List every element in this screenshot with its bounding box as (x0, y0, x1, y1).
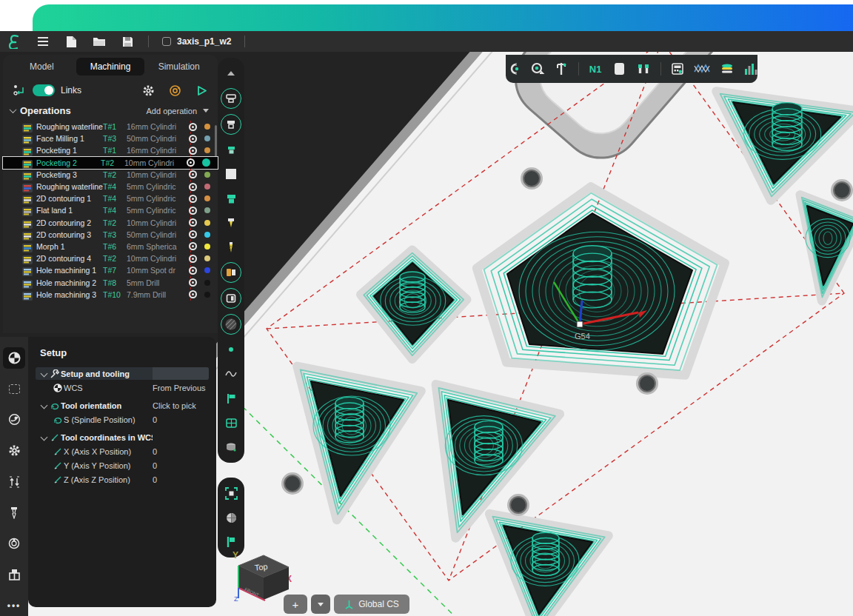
toolpath-color-dot[interactable] (204, 184, 210, 190)
drill-bit-icon[interactable] (221, 238, 241, 257)
chevron-down-icon[interactable] (40, 434, 47, 441)
operation-row[interactable]: 2D contouring 4T#210mm Cylindri (3, 252, 218, 264)
main-menu-icon[interactable] (36, 34, 50, 49)
document-tab[interactable]: 3axis_p1_w2 (162, 36, 231, 47)
waveform-icon[interactable] (694, 60, 710, 78)
operation-radio-icon[interactable] (189, 278, 197, 287)
add-operation-caret-icon[interactable] (203, 109, 209, 113)
toolpath-color-dot[interactable] (204, 195, 210, 201)
calculator-icon[interactable] (670, 60, 684, 78)
operation-row[interactable]: 2D contouring 2T#210mm Cylindri (3, 217, 218, 229)
toolpath-color-dot[interactable] (204, 172, 210, 178)
settings-gear-icon[interactable] (3, 440, 25, 461)
add-operation-button[interactable]: Add operation (147, 107, 198, 116)
setup-row[interactable]: Y (Axis Y Position)0 (36, 459, 209, 472)
cs-dropdown-button[interactable] (311, 595, 330, 614)
simulation-ball-icon[interactable] (3, 409, 25, 431)
setup-row-value[interactable]: From Previous (153, 384, 209, 392)
operation-row[interactable]: Roughing waterline 1T#116mm Cylindri (3, 121, 218, 133)
setup-row-value[interactable]: 0 (153, 475, 209, 484)
toolpath-color-dot[interactable] (204, 292, 210, 298)
operation-row[interactable]: Pocketing 1T#116mm Cylindri (3, 144, 218, 156)
setup-row[interactable]: X (Axis X Position)0 (36, 445, 209, 458)
stock-cylinder-icon[interactable] (221, 438, 241, 457)
toolpath-color-dot[interactable] (204, 124, 210, 130)
setup-row[interactable]: WCSFrom Previous (36, 381, 209, 394)
nc-program-icon[interactable]: N1 (589, 60, 603, 78)
tool-dark-icon[interactable] (221, 288, 241, 309)
toolpath-color-dot[interactable] (204, 220, 210, 226)
toolpath-color-dot[interactable] (204, 147, 210, 153)
operation-row[interactable]: Flat land 1T#45mm Cylindric (3, 204, 218, 216)
point-dot-icon[interactable] (221, 340, 241, 359)
toolpath-color-dot[interactable] (204, 135, 210, 141)
measure-tape-icon[interactable] (530, 60, 545, 78)
tool-holder-icon[interactable] (3, 533, 25, 555)
chevron-down-icon[interactable] (40, 370, 47, 378)
setup-row[interactable]: Setup and tooling (36, 367, 209, 380)
tool-tip-icon[interactable] (221, 213, 241, 232)
magnet-icon[interactable] (506, 60, 521, 78)
flag-icon[interactable] (221, 389, 241, 408)
tool-teal-icon[interactable] (221, 189, 241, 208)
operation-radio-icon[interactable] (187, 158, 195, 167)
operation-row[interactable]: Roughing waterline (rest...T#45mm Cylind… (3, 181, 218, 192)
operation-row[interactable]: Hole machining 2T#85mm Drill (3, 276, 218, 288)
operation-row[interactable]: 2D contouring 1T#45mm Cylindric (3, 192, 218, 204)
operation-radio-icon[interactable] (189, 242, 197, 250)
links-toggle[interactable] (33, 84, 55, 96)
chevron-down-icon[interactable] (40, 402, 47, 409)
operation-radio-icon[interactable] (189, 147, 197, 155)
stock-box-icon[interactable] (3, 378, 25, 400)
operation-radio-icon[interactable] (189, 170, 197, 178)
operation-row[interactable]: 2D contouring 3T#350mm Cylindri (3, 229, 218, 241)
setup-row[interactable]: Tool orientationClick to pick (36, 399, 209, 412)
tab-model[interactable]: Model (7, 58, 76, 76)
more-ellipsis-icon[interactable]: ••• (3, 595, 25, 616)
transform-arrows-icon[interactable] (3, 471, 25, 492)
orbit-ball-icon[interactable] (221, 508, 241, 527)
tab-simulation[interactable]: Simulation (144, 58, 213, 76)
setup-row-value[interactable]: 0 (153, 415, 209, 424)
spline-wave-icon[interactable] (221, 364, 241, 384)
operation-radio-icon[interactable] (189, 183, 197, 191)
setup-row-value[interactable]: 0 (153, 461, 209, 470)
toolpath-color-dot[interactable] (202, 158, 210, 167)
grid-sheet-icon[interactable] (221, 413, 241, 432)
new-file-icon[interactable] (64, 34, 78, 49)
tool-teal-small-icon[interactable] (221, 140, 241, 159)
hatch-sphere-icon[interactable] (221, 314, 241, 335)
operation-radio-icon[interactable] (189, 230, 197, 238)
tab-machining[interactable]: Machining (76, 58, 145, 76)
tool-holder-a-icon[interactable] (221, 88, 241, 109)
toolpath-color-dot[interactable] (204, 255, 210, 261)
view-cube[interactable]: Y X Top FRONT Z (227, 546, 295, 606)
operations-settings-icon[interactable] (141, 83, 155, 98)
toolpath-color-dot[interactable] (204, 244, 210, 250)
operation-row[interactable]: Pocketing 3T#210mm Cylindri (3, 169, 218, 181)
operation-radio-icon[interactable] (189, 218, 197, 227)
setup-row-value[interactable]: Click to pick (153, 401, 209, 410)
setup-row-value[interactable] (153, 367, 209, 380)
setup-row[interactable]: S (Spindle Position)0 (36, 413, 209, 426)
operation-radio-icon[interactable] (189, 267, 197, 275)
tool-holder-b-icon[interactable] (221, 114, 241, 135)
fit-view-icon[interactable] (221, 483, 241, 503)
operation-row[interactable]: Hole machining 1T#710mm Spot dr (3, 264, 218, 276)
holder-block-icon[interactable] (3, 563, 25, 585)
toolpath-color-dot[interactable] (204, 207, 210, 213)
operation-radio-icon[interactable] (189, 123, 197, 131)
setup-row[interactable]: Z (Axis Z Position)0 (36, 473, 209, 486)
setup-row-value[interactable]: 0 (153, 447, 209, 456)
operation-row[interactable]: Morph 1T#66mm Spherica (3, 241, 218, 252)
operation-radio-icon[interactable] (189, 195, 197, 203)
operation-row[interactable]: Hole machining 3T#107.9mm Drill (3, 289, 218, 301)
operations-collapse-icon[interactable] (10, 106, 17, 113)
statistics-bars-icon[interactable] (743, 60, 757, 78)
layers-stack-icon[interactable] (720, 60, 734, 78)
setup-row[interactable]: Tool coordinates in WCS (36, 431, 209, 443)
scroll-up-caret-icon[interactable] (221, 64, 241, 83)
tool-pair-icon[interactable] (636, 60, 651, 78)
drill-tool-icon[interactable] (3, 502, 25, 523)
simulation-status-icon[interactable] (167, 83, 182, 98)
